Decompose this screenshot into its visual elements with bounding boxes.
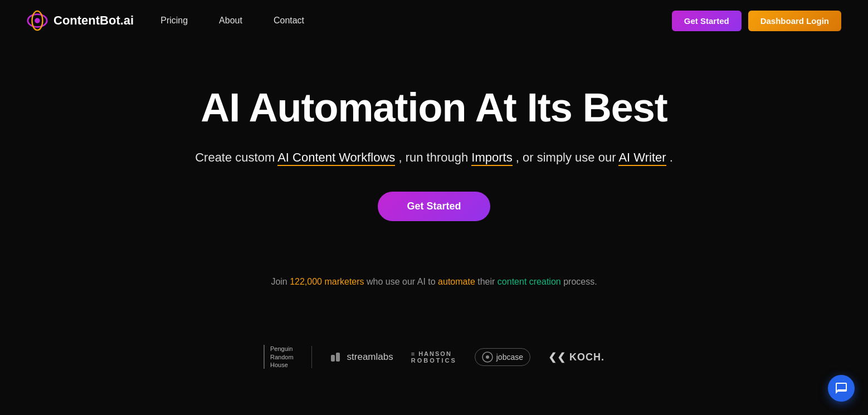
- subtitle-link-imports[interactable]: Imports: [471, 150, 512, 166]
- chat-support-button[interactable]: [828, 375, 855, 402]
- svg-rect-4: [336, 353, 340, 362]
- logo-koch: ❮❮ KOCH.: [548, 351, 604, 363]
- chat-icon: [835, 382, 848, 395]
- svg-point-2: [35, 18, 40, 23]
- nav-left: ContentBot.ai Pricing About Contact: [27, 10, 304, 31]
- social-proof: Join 122,000 marketers who use our AI to…: [0, 277, 868, 331]
- logo-jobcase: jobcase: [475, 348, 530, 366]
- logo-penguin-random-house: Penguin Random House: [264, 345, 294, 369]
- svg-rect-3: [331, 355, 335, 362]
- hero-get-started-button[interactable]: Get Started: [378, 192, 490, 221]
- social-proof-mid2: their: [475, 277, 498, 286]
- nav-link-pricing[interactable]: Pricing: [160, 16, 188, 25]
- nav-item-pricing[interactable]: Pricing: [160, 16, 188, 26]
- nav-item-contact[interactable]: Contact: [274, 16, 304, 26]
- nav-link-contact[interactable]: Contact: [274, 16, 304, 25]
- jobcase-circle-icon: [482, 351, 493, 363]
- subtitle-link-workflows[interactable]: AI Content Workflows: [277, 150, 395, 166]
- logo-hanson-robotics: ≡ HANSON ROBOTICS: [411, 350, 457, 364]
- subtitle-link-writer[interactable]: AI Writer: [618, 150, 666, 166]
- nav-dashboard-login-button[interactable]: Dashboard Login: [748, 11, 841, 31]
- nav-item-about[interactable]: About: [219, 16, 242, 26]
- nav-links: Pricing About Contact: [160, 16, 304, 26]
- social-proof-text: Join 122,000 marketers who use our AI to…: [27, 277, 841, 287]
- nav-get-started-button[interactable]: Get Started: [672, 11, 742, 31]
- social-proof-prefix: Join: [271, 277, 290, 286]
- subtitle-suffix: .: [670, 150, 673, 164]
- logo-streamlabs: streamlabs: [330, 350, 393, 364]
- social-proof-mid1: who use our AI to: [364, 277, 438, 286]
- streamlabs-icon: [330, 350, 343, 364]
- logo-divider: [311, 346, 312, 368]
- social-proof-count: 122,000 marketers: [290, 277, 364, 286]
- logo-icon: [27, 10, 48, 31]
- social-proof-automate: automate: [438, 277, 475, 286]
- subtitle-mid1: , run through: [398, 150, 471, 164]
- social-proof-suffix: process.: [561, 277, 597, 286]
- hero-title: AI Automation At Its Best: [201, 86, 667, 130]
- logo-text: ContentBot.ai: [53, 13, 134, 28]
- nav-link-about[interactable]: About: [219, 16, 242, 25]
- hero-section: AI Automation At Its Best Create custom …: [0, 41, 868, 277]
- logos-row: Penguin Random House streamlabs ≡ HANSON…: [0, 331, 868, 382]
- hero-subtitle: Create custom AI Content Workflows , run…: [195, 148, 673, 167]
- subtitle-prefix: Create custom: [195, 150, 275, 164]
- nav-right: Get Started Dashboard Login: [672, 11, 841, 31]
- navbar: ContentBot.ai Pricing About Contact Get …: [0, 0, 868, 41]
- subtitle-mid2: , or simply use our: [516, 150, 619, 164]
- social-proof-content-creation: content creation: [498, 277, 561, 286]
- logo[interactable]: ContentBot.ai: [27, 10, 134, 31]
- svg-point-6: [486, 355, 489, 359]
